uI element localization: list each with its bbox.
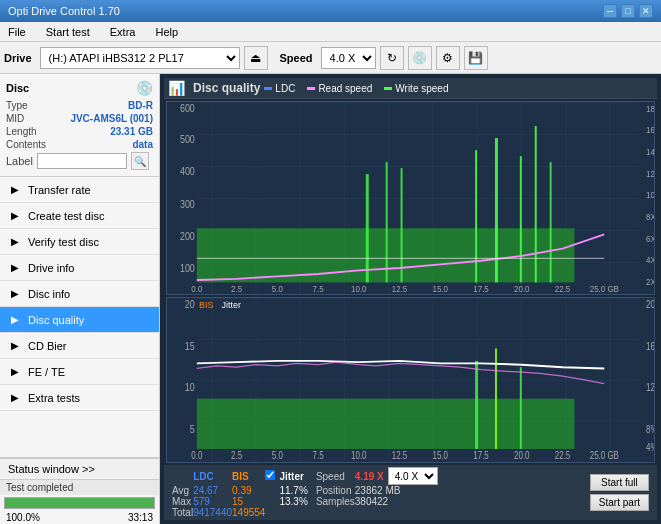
svg-rect-30 bbox=[401, 168, 403, 282]
svg-rect-32 bbox=[495, 138, 498, 282]
svg-text:400: 400 bbox=[180, 166, 195, 178]
extra-tests-icon: ▶ bbox=[8, 391, 22, 405]
svg-text:17.5: 17.5 bbox=[473, 283, 489, 294]
svg-text:2.5: 2.5 bbox=[231, 451, 242, 462]
mid-label: MID bbox=[6, 113, 24, 124]
svg-text:18X: 18X bbox=[646, 103, 654, 114]
start-part-button[interactable]: Start part bbox=[590, 494, 649, 511]
time-display: 33:13 bbox=[128, 512, 153, 523]
nav-transfer-rate[interactable]: ▶ Transfer rate bbox=[0, 177, 159, 203]
jitter-col-header: Jitter bbox=[279, 467, 315, 485]
chart-bottom: BIS Jitter 20 15 10 bbox=[166, 297, 655, 463]
svg-text:12.5: 12.5 bbox=[392, 451, 407, 462]
jitter-max: 13.3% bbox=[279, 496, 315, 507]
total-row-label: Total bbox=[172, 507, 193, 518]
close-button[interactable]: ✕ bbox=[639, 4, 653, 18]
svg-text:8%: 8% bbox=[646, 424, 654, 435]
svg-text:10.0: 10.0 bbox=[351, 283, 367, 294]
drive-label: Drive bbox=[4, 52, 32, 64]
disc-title: Disc bbox=[6, 82, 29, 94]
chart-bottom-svg: 20 15 10 5 20% 16% 12% 8% 4% 0.0 2.5 5.0 bbox=[167, 298, 654, 462]
menu-start-test[interactable]: Start test bbox=[42, 24, 94, 40]
nav-create-test-disc-label: Create test disc bbox=[28, 210, 104, 222]
position-label: Position bbox=[316, 485, 355, 496]
menu-help[interactable]: Help bbox=[151, 24, 182, 40]
chart-icon: 📊 bbox=[168, 80, 185, 96]
verify-test-disc-icon: ▶ bbox=[8, 235, 22, 249]
speed-select[interactable]: 4.0 X bbox=[321, 47, 376, 69]
minimize-button[interactable]: ─ bbox=[603, 4, 617, 18]
svg-rect-35 bbox=[550, 162, 552, 282]
start-buttons: Start full Start part bbox=[590, 474, 649, 511]
status-window-button[interactable]: Status window >> bbox=[0, 458, 159, 480]
legend-read-dot bbox=[307, 87, 315, 90]
legend-read-label: Read speed bbox=[318, 83, 372, 94]
jitter-checkbox[interactable] bbox=[265, 470, 275, 480]
bis-max: 15 bbox=[232, 496, 265, 507]
svg-text:300: 300 bbox=[180, 198, 195, 210]
length-label: Length bbox=[6, 126, 37, 137]
svg-text:20.0: 20.0 bbox=[514, 283, 530, 294]
svg-text:25.0 GB: 25.0 GB bbox=[590, 283, 619, 294]
legend-ldc-label: LDC bbox=[275, 83, 295, 94]
nav-verify-test-disc[interactable]: ▶ Verify test disc bbox=[0, 229, 159, 255]
nav-transfer-rate-label: Transfer rate bbox=[28, 184, 91, 196]
eject-button[interactable]: ⏏ bbox=[244, 46, 268, 70]
nav-disc-quality-label: Disc quality bbox=[28, 314, 84, 326]
label-input[interactable] bbox=[37, 153, 127, 169]
menu-file[interactable]: File bbox=[4, 24, 30, 40]
nav-fe-te[interactable]: ▶ FE / TE bbox=[0, 359, 159, 385]
refresh-button[interactable]: ↻ bbox=[380, 46, 404, 70]
nav-cd-bier[interactable]: ▶ CD Bier bbox=[0, 333, 159, 359]
nav-extra-tests-label: Extra tests bbox=[28, 392, 80, 404]
nav-extra-tests[interactable]: ▶ Extra tests bbox=[0, 385, 159, 411]
speed-stat-label: Speed bbox=[316, 467, 355, 485]
burn-button[interactable]: 💿 bbox=[408, 46, 432, 70]
svg-text:14X: 14X bbox=[646, 146, 654, 157]
legend-ldc: LDC bbox=[264, 83, 295, 94]
drive-select[interactable]: (H:) ATAPI iHBS312 2 PL17 bbox=[40, 47, 240, 69]
svg-text:20%: 20% bbox=[646, 300, 654, 311]
svg-text:2.5: 2.5 bbox=[231, 283, 242, 294]
svg-text:20: 20 bbox=[185, 299, 195, 311]
type-label: Type bbox=[6, 100, 28, 111]
legend-read-speed: Read speed bbox=[307, 83, 372, 94]
speed-label: Speed bbox=[280, 52, 313, 64]
fe-te-icon: ▶ bbox=[8, 365, 22, 379]
nav-disc-quality[interactable]: ▶ Disc quality bbox=[0, 307, 159, 333]
speed-select-stats[interactable]: 4.0 X bbox=[388, 467, 438, 485]
contents-value: data bbox=[132, 139, 153, 150]
options-button[interactable]: ⚙ bbox=[436, 46, 460, 70]
svg-text:200: 200 bbox=[180, 231, 195, 243]
avg-row-label: Avg bbox=[172, 485, 193, 496]
nav-menu: ▶ Transfer rate ▶ Create test disc ▶ Ver… bbox=[0, 177, 159, 457]
drive-info-icon: ▶ bbox=[8, 261, 22, 275]
svg-text:7.5: 7.5 bbox=[313, 451, 324, 462]
content-area: 📊 Disc quality LDC Read speed Write spee… bbox=[160, 74, 661, 524]
nav-drive-info-label: Drive info bbox=[28, 262, 74, 274]
jitter-avg: 11.7% bbox=[279, 485, 315, 496]
svg-text:12%: 12% bbox=[646, 383, 654, 394]
svg-text:20.0: 20.0 bbox=[514, 451, 529, 462]
save-button[interactable]: 💾 bbox=[464, 46, 488, 70]
main-layout: Disc 💿 Type BD-R MID JVC-AMS6L (001) Len… bbox=[0, 74, 661, 524]
start-full-button[interactable]: Start full bbox=[590, 474, 649, 491]
bis-total: 149554 bbox=[232, 507, 265, 518]
nav-fe-te-label: FE / TE bbox=[28, 366, 65, 378]
svg-text:600: 600 bbox=[180, 102, 195, 114]
nav-drive-info[interactable]: ▶ Drive info bbox=[0, 255, 159, 281]
maximize-button[interactable]: □ bbox=[621, 4, 635, 18]
progress-percent: 100.0% bbox=[6, 512, 40, 523]
nav-create-test-disc[interactable]: ▶ Create test disc bbox=[0, 203, 159, 229]
menu-extra[interactable]: Extra bbox=[106, 24, 140, 40]
nav-disc-info[interactable]: ▶ Disc info bbox=[0, 281, 159, 307]
label-search-button[interactable]: 🔍 bbox=[131, 152, 149, 170]
svg-text:25.0 GB: 25.0 GB bbox=[590, 451, 619, 462]
svg-text:15: 15 bbox=[185, 340, 195, 352]
ldc-avg: 24.67 bbox=[193, 485, 232, 496]
svg-rect-59 bbox=[475, 361, 478, 449]
length-value: 23.31 GB bbox=[110, 126, 153, 137]
menu-bar: File Start test Extra Help bbox=[0, 22, 661, 42]
mid-value: JVC-AMS6L (001) bbox=[70, 113, 153, 124]
ldc-total: 9417440 bbox=[193, 507, 232, 518]
